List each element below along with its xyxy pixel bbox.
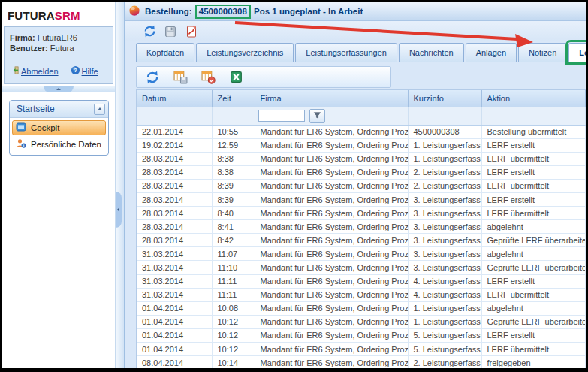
cell-zeit: 10:12 (212, 343, 255, 356)
startseite-panel-title: Startseite (17, 104, 55, 114)
tab-nachrichten[interactable]: Nachrichten (399, 43, 464, 62)
column-header-firma[interactable]: Firma (255, 90, 408, 107)
app-logo: FUTURASRM (2, 2, 115, 26)
cell-datum: 01.04.2014 (137, 328, 212, 342)
splitter-collapse-handle[interactable] (44, 86, 74, 92)
help-label: Hilfe (82, 67, 98, 76)
table-toolbar (136, 66, 391, 88)
table-row: 19.02.201412:59Mandant für ER6 System, O… (137, 138, 586, 152)
cell-datum: 31.03.2014 (137, 247, 212, 261)
tab-leistungserfassungen[interactable]: Leistungserfassungen (295, 43, 397, 62)
document-title-bar: Bestellung: 4500000308 Pos 1 ungeplant -… (125, 2, 586, 21)
tab-label: Anlagen (476, 48, 506, 57)
tab-label: Leistungsverzeichnis (207, 48, 283, 57)
annotation-box-po-number: 4500000308 (195, 5, 251, 19)
cell-zeit: 8:40 (212, 207, 255, 220)
cell-datum: 31.03.2014 (137, 274, 212, 288)
sidebar-item-persoenliche-daten[interactable]: i Persönliche Daten (12, 137, 106, 152)
column-header-kurzinfo[interactable]: Kurzinfo (408, 90, 481, 107)
cell-kurzinfo: 4. Leistungserfassung (408, 274, 481, 288)
cell-kurzinfo: 3. Leistungserfassung (408, 192, 481, 206)
person-icon: i (16, 138, 26, 150)
tab-notizen[interactable]: Notizen (518, 43, 567, 62)
cell-aktion: LERF übermittelt (481, 288, 586, 301)
cell-kurzinfo: 1. Leistungserfassung (408, 152, 481, 165)
user-info-box: Firma: FuturaER6 Benutzer: Futura Abmeld… (4, 26, 113, 84)
cell-firma: Mandant für ER6 System, Ordering Prozess (255, 165, 408, 179)
filter-cell-firma (255, 107, 408, 125)
table-row: 28.03.20148:38Mandant für ER6 System, Or… (137, 165, 586, 179)
sidebar: FUTURASRM Firma: FuturaER6 Benutzer: Fut… (2, 2, 115, 368)
cell-kurzinfo: 2. Leistungserfassung (408, 179, 481, 192)
log-tab-content: Datum Zeit Firma Kurzinfo Aktion (125, 62, 586, 368)
cell-firma: Mandant für ER6 System, Ordering Prozess (255, 274, 408, 288)
cell-kurzinfo: 3. Leistungserfassung (408, 234, 481, 247)
cell-zeit: 8:39 (212, 179, 255, 192)
cell-aktion: LERF übermittelt (481, 207, 586, 220)
cell-zeit: 10:14 (212, 356, 255, 368)
cell-datum: 19.02.2014 (137, 138, 212, 152)
cell-firma: Mandant für ER6 System, Ordering Prozess (255, 315, 408, 328)
cell-zeit: 8:41 (212, 220, 255, 234)
cell-kurzinfo: 1. Leistungserfassung (408, 138, 481, 152)
cell-datum: 28.03.2014 (137, 234, 212, 247)
logout-link[interactable]: Abmelden (10, 65, 59, 77)
logout-label: Abmelden (21, 67, 59, 76)
cell-firma: Mandant für ER6 System, Ordering Prozess (255, 220, 408, 234)
svg-text:?: ? (74, 67, 77, 74)
help-icon: ? (71, 65, 80, 77)
tab-kopfdaten[interactable]: Kopfdaten (136, 43, 194, 62)
cell-datum: 01.04.2014 (137, 343, 212, 356)
sidebar-item-cockpit[interactable]: Cockpit (12, 120, 106, 135)
table-row: 31.03.201411:11Mandant für ER6 System, O… (137, 274, 586, 288)
cell-kurzinfo: 3. Leistungserfassung (408, 207, 481, 220)
tab-anlagen[interactable]: Anlagen (466, 43, 517, 62)
table-row: 28.03.20148:39Mandant für ER6 System, Or… (137, 192, 586, 206)
export-pdf-button[interactable] (201, 70, 216, 85)
firma-filter-input[interactable] (258, 110, 305, 122)
cell-firma: Mandant für ER6 System, Ordering Prozess (255, 328, 408, 342)
startseite-panel-header: Startseite (10, 101, 108, 118)
column-header-datum[interactable]: Datum (137, 90, 212, 107)
tab-leistungsverzeichnis[interactable]: Leistungsverzeichnis (196, 43, 294, 62)
cell-zeit: 8:38 (212, 152, 255, 165)
cell-datum: 31.03.2014 (137, 261, 212, 274)
sidebar-item-label: Persönliche Daten (31, 140, 101, 149)
cell-kurzinfo: 3. Leistungserfassung (408, 247, 481, 261)
panel-collapse-button[interactable] (94, 104, 105, 115)
cell-kurzinfo: 2. Leistungserfassung (408, 356, 481, 368)
tab-log[interactable]: Log (568, 43, 588, 62)
help-link[interactable]: ? Hilfe (71, 65, 98, 77)
cell-aktion: LERF erstellt (481, 138, 586, 152)
cell-datum: 22.01.2014 (137, 125, 212, 138)
table-row: 08.04.201410:14Mandant für ER6 System, O… (137, 356, 586, 368)
filter-button[interactable] (309, 109, 325, 123)
cell-datum: 31.03.2014 (137, 288, 212, 301)
main-area: Bestellung: 4500000308 Pos 1 ungeplant -… (125, 2, 586, 368)
cell-aktion: abgelehnt (481, 301, 586, 315)
cell-aktion: Geprüfte LERF überarbeitet (481, 315, 586, 328)
cell-zeit: 10:08 (212, 301, 255, 315)
table-row: 28.03.20148:41Mandant für ER6 System, Or… (137, 220, 586, 234)
table-refresh-button[interactable] (145, 70, 160, 85)
splitter-collapse-handle-left[interactable] (116, 192, 122, 228)
refresh-button[interactable] (142, 24, 157, 39)
table-row: 01.04.201410:12Mandant für ER6 System, O… (137, 343, 586, 356)
cell-firma: Mandant für ER6 System, Ordering Prozess (255, 207, 408, 220)
cell-datum: 01.04.2014 (137, 315, 212, 328)
cell-aktion: Bestellung übermittelt (481, 125, 586, 138)
table-row: 31.03.201411:10Mandant für ER6 System, O… (137, 261, 586, 274)
column-header-zeit[interactable]: Zeit (212, 90, 255, 107)
cockpit-icon (16, 122, 26, 134)
table-row: 31.03.201411:11Mandant für ER6 System, O… (137, 288, 586, 301)
benutzer-line: Benutzer: Futura (10, 43, 108, 53)
export-save-button[interactable] (173, 70, 188, 85)
logo-brand-accent: SRM (55, 9, 80, 22)
vertical-splitter[interactable] (115, 2, 125, 368)
tab-label: Leistungserfassungen (306, 48, 387, 57)
pdf-button[interactable] (184, 24, 199, 39)
excel-export-button[interactable] (228, 70, 243, 85)
cell-firma: Mandant für ER6 System, Ordering Prozess (255, 192, 408, 206)
save-button[interactable] (163, 24, 178, 39)
column-header-aktion[interactable]: Aktion (481, 90, 586, 107)
